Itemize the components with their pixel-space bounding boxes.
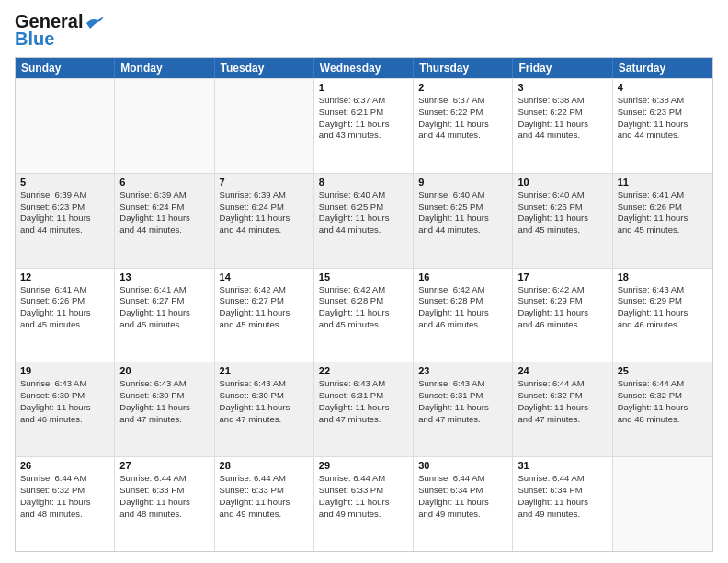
day-number: 30	[418, 460, 507, 471]
day-cell-10: 10Sunrise: 6:40 AM Sunset: 6:26 PM Dayli…	[513, 174, 612, 268]
calendar-row-4: 19Sunrise: 6:43 AM Sunset: 6:30 PM Dayli…	[16, 362, 712, 456]
day-number: 18	[618, 271, 708, 282]
day-number: 21	[220, 365, 309, 376]
day-number: 16	[418, 271, 507, 282]
header-cell-friday: Friday	[513, 58, 612, 78]
day-cell-17: 17Sunrise: 6:42 AM Sunset: 6:29 PM Dayli…	[513, 269, 612, 362]
day-cell-23: 23Sunrise: 6:43 AM Sunset: 6:31 PM Dayli…	[414, 362, 513, 456]
day-info: Sunrise: 6:44 AM Sunset: 6:33 PM Dayligh…	[220, 473, 309, 520]
day-cell-24: 24Sunrise: 6:44 AM Sunset: 6:32 PM Dayli…	[513, 362, 612, 456]
day-info: Sunrise: 6:39 AM Sunset: 6:24 PM Dayligh…	[220, 190, 309, 236]
day-info: Sunrise: 6:38 AM Sunset: 6:22 PM Dayligh…	[518, 95, 607, 142]
day-info: Sunrise: 6:44 AM Sunset: 6:32 PM Dayligh…	[618, 378, 708, 425]
day-number: 23	[418, 365, 507, 376]
day-cell-28: 28Sunrise: 6:44 AM Sunset: 6:33 PM Dayli…	[215, 457, 314, 551]
day-info: Sunrise: 6:43 AM Sunset: 6:30 PM Dayligh…	[20, 378, 109, 425]
day-info: Sunrise: 6:37 AM Sunset: 6:22 PM Dayligh…	[418, 95, 507, 142]
day-info: Sunrise: 6:42 AM Sunset: 6:27 PM Dayligh…	[220, 284, 309, 331]
day-info: Sunrise: 6:38 AM Sunset: 6:23 PM Dayligh…	[618, 95, 708, 142]
day-number: 25	[618, 365, 708, 376]
day-number: 9	[418, 177, 507, 188]
day-info: Sunrise: 6:44 AM Sunset: 6:32 PM Dayligh…	[518, 378, 607, 425]
page: General Blue SundayMondayTuesdayWednesda…	[0, 0, 728, 563]
day-number: 29	[319, 460, 408, 471]
day-info: Sunrise: 6:39 AM Sunset: 6:24 PM Dayligh…	[119, 190, 209, 236]
day-cell-8: 8Sunrise: 6:40 AM Sunset: 6:25 PM Daylig…	[314, 174, 414, 268]
day-cell-9: 9Sunrise: 6:40 AM Sunset: 6:25 PM Daylig…	[414, 174, 513, 268]
header-cell-wednesday: Wednesday	[314, 58, 414, 78]
logo-blue: Blue	[15, 29, 54, 50]
day-info: Sunrise: 6:43 AM Sunset: 6:31 PM Dayligh…	[418, 378, 507, 425]
day-info: Sunrise: 6:40 AM Sunset: 6:25 PM Dayligh…	[319, 190, 408, 236]
calendar-row-2: 5Sunrise: 6:39 AM Sunset: 6:23 PM Daylig…	[16, 173, 712, 268]
day-number: 10	[518, 177, 607, 188]
calendar-row-5: 26Sunrise: 6:44 AM Sunset: 6:32 PM Dayli…	[16, 456, 712, 551]
day-cell-3: 3Sunrise: 6:38 AM Sunset: 6:22 PM Daylig…	[513, 79, 612, 173]
day-number: 3	[518, 82, 607, 93]
day-info: Sunrise: 6:43 AM Sunset: 6:30 PM Dayligh…	[119, 378, 209, 425]
day-info: Sunrise: 6:42 AM Sunset: 6:28 PM Dayligh…	[418, 284, 507, 331]
calendar-header: SundayMondayTuesdayWednesdayThursdayFrid…	[16, 58, 712, 78]
day-info: Sunrise: 6:40 AM Sunset: 6:26 PM Dayligh…	[518, 190, 607, 236]
day-cell-14: 14Sunrise: 6:42 AM Sunset: 6:27 PM Dayli…	[215, 269, 314, 362]
logo-bird-icon	[85, 16, 105, 30]
day-info: Sunrise: 6:44 AM Sunset: 6:34 PM Dayligh…	[518, 473, 607, 520]
empty-cell	[115, 79, 214, 173]
day-info: Sunrise: 6:41 AM Sunset: 6:26 PM Dayligh…	[20, 284, 109, 331]
day-cell-25: 25Sunrise: 6:44 AM Sunset: 6:32 PM Dayli…	[613, 362, 712, 456]
header-cell-saturday: Saturday	[613, 58, 712, 78]
day-cell-15: 15Sunrise: 6:42 AM Sunset: 6:28 PM Dayli…	[314, 269, 414, 362]
day-cell-11: 11Sunrise: 6:41 AM Sunset: 6:26 PM Dayli…	[613, 174, 712, 268]
day-info: Sunrise: 6:43 AM Sunset: 6:30 PM Dayligh…	[220, 378, 309, 425]
day-cell-6: 6Sunrise: 6:39 AM Sunset: 6:24 PM Daylig…	[115, 174, 214, 268]
day-cell-21: 21Sunrise: 6:43 AM Sunset: 6:30 PM Dayli…	[215, 362, 314, 456]
calendar: SundayMondayTuesdayWednesdayThursdayFrid…	[15, 57, 713, 552]
day-cell-7: 7Sunrise: 6:39 AM Sunset: 6:24 PM Daylig…	[215, 174, 314, 268]
day-cell-12: 12Sunrise: 6:41 AM Sunset: 6:26 PM Dayli…	[16, 269, 115, 362]
day-number: 22	[319, 365, 408, 376]
day-number: 15	[319, 271, 408, 282]
day-cell-27: 27Sunrise: 6:44 AM Sunset: 6:33 PM Dayli…	[115, 457, 214, 551]
day-number: 28	[220, 460, 309, 471]
day-number: 4	[618, 82, 708, 93]
day-info: Sunrise: 6:42 AM Sunset: 6:29 PM Dayligh…	[518, 284, 607, 331]
header-cell-thursday: Thursday	[414, 58, 513, 78]
day-number: 1	[319, 82, 408, 93]
day-info: Sunrise: 6:41 AM Sunset: 6:26 PM Dayligh…	[618, 190, 708, 236]
header-cell-monday: Monday	[115, 58, 214, 78]
header: General Blue	[15, 11, 713, 50]
day-number: 14	[220, 271, 309, 282]
day-info: Sunrise: 6:44 AM Sunset: 6:32 PM Dayligh…	[20, 473, 109, 520]
calendar-row-3: 12Sunrise: 6:41 AM Sunset: 6:26 PM Dayli…	[16, 268, 712, 362]
day-info: Sunrise: 6:41 AM Sunset: 6:27 PM Dayligh…	[119, 284, 209, 331]
day-info: Sunrise: 6:40 AM Sunset: 6:25 PM Dayligh…	[418, 190, 507, 236]
day-cell-19: 19Sunrise: 6:43 AM Sunset: 6:30 PM Dayli…	[16, 362, 115, 456]
day-number: 31	[518, 460, 607, 471]
header-cell-tuesday: Tuesday	[215, 58, 314, 78]
day-number: 17	[518, 271, 607, 282]
day-cell-1: 1Sunrise: 6:37 AM Sunset: 6:21 PM Daylig…	[314, 79, 414, 173]
day-number: 7	[220, 177, 309, 188]
day-info: Sunrise: 6:39 AM Sunset: 6:23 PM Dayligh…	[20, 190, 109, 236]
day-number: 2	[418, 82, 507, 93]
day-info: Sunrise: 6:43 AM Sunset: 6:29 PM Dayligh…	[618, 284, 708, 331]
day-cell-26: 26Sunrise: 6:44 AM Sunset: 6:32 PM Dayli…	[16, 457, 115, 551]
day-cell-16: 16Sunrise: 6:42 AM Sunset: 6:28 PM Dayli…	[414, 269, 513, 362]
day-number: 26	[20, 460, 109, 471]
day-cell-22: 22Sunrise: 6:43 AM Sunset: 6:31 PM Dayli…	[314, 362, 414, 456]
empty-cell	[613, 457, 712, 551]
day-cell-29: 29Sunrise: 6:44 AM Sunset: 6:33 PM Dayli…	[314, 457, 414, 551]
empty-cell	[215, 79, 314, 173]
day-info: Sunrise: 6:37 AM Sunset: 6:21 PM Dayligh…	[319, 95, 408, 142]
day-number: 19	[20, 365, 109, 376]
calendar-body: 1Sunrise: 6:37 AM Sunset: 6:21 PM Daylig…	[16, 78, 712, 551]
day-cell-2: 2Sunrise: 6:37 AM Sunset: 6:22 PM Daylig…	[414, 79, 513, 173]
day-info: Sunrise: 6:42 AM Sunset: 6:28 PM Dayligh…	[319, 284, 408, 331]
day-number: 5	[20, 177, 109, 188]
day-cell-4: 4Sunrise: 6:38 AM Sunset: 6:23 PM Daylig…	[613, 79, 712, 173]
day-cell-18: 18Sunrise: 6:43 AM Sunset: 6:29 PM Dayli…	[613, 269, 712, 362]
day-info: Sunrise: 6:44 AM Sunset: 6:33 PM Dayligh…	[119, 473, 209, 520]
calendar-row-1: 1Sunrise: 6:37 AM Sunset: 6:21 PM Daylig…	[16, 78, 712, 173]
day-number: 20	[119, 365, 209, 376]
day-number: 6	[119, 177, 209, 188]
